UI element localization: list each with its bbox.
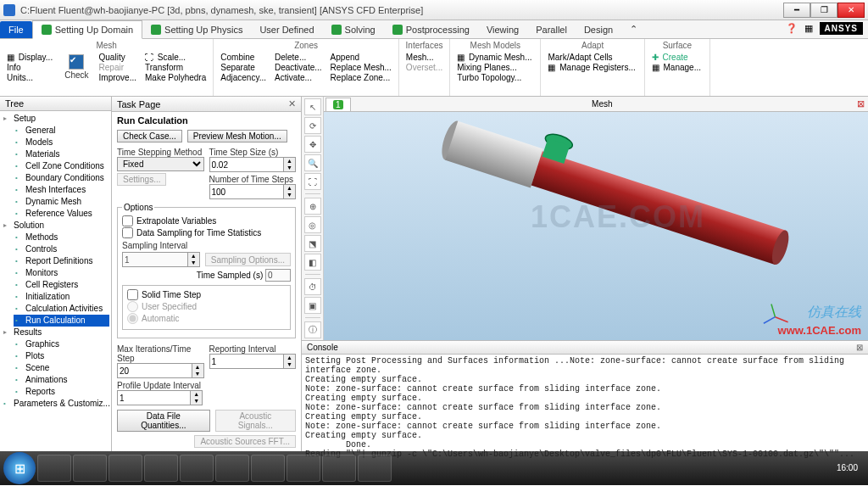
taskbar-item[interactable] [73, 455, 107, 482]
tab-setting-up-physics[interactable]: Setting Up Physics [142, 21, 251, 38]
pan-icon[interactable]: ✥ [304, 136, 321, 153]
tree-parameters[interactable]: Parameters & Customiz... [2, 398, 109, 410]
solid-time-step-checkbox[interactable] [127, 289, 138, 300]
tree[interactable]: Setup General Models Materials Cell Zone… [0, 111, 111, 451]
tab-solving[interactable]: Solving [323, 21, 384, 38]
taskbar-item[interactable] [358, 455, 392, 482]
replace-mesh-button[interactable]: Replace Mesh... [329, 63, 393, 72]
tree-boundary[interactable]: Boundary Conditions [14, 172, 109, 184]
tree-cell-zone[interactable]: Cell Zone Conditions [14, 160, 109, 172]
extrapolate-checkbox[interactable] [122, 215, 133, 226]
task-close-icon[interactable]: ✕ [288, 98, 296, 109]
activate-button[interactable]: Activate... [273, 73, 324, 82]
viewport-3d[interactable]: 1 Mesh ⊠ [324, 97, 868, 340]
spinner-icon[interactable]: ▲▼ [284, 184, 296, 199]
tree-results[interactable]: Results Graphics Plots Scene Animations … [2, 327, 109, 398]
tree-report-definitions[interactable]: Report Definitions [14, 255, 109, 267]
tree-run-calculation[interactable]: Run Calculation [14, 315, 109, 327]
taskbar-item[interactable] [180, 455, 214, 482]
make-polyhedra-button[interactable]: Make Polyhedra [143, 73, 208, 82]
time-stepping-select[interactable]: Fixed [117, 157, 204, 171]
rotate-icon[interactable]: ⟳ [304, 117, 321, 134]
spinner-icon[interactable]: ▲▼ [284, 157, 296, 172]
tree-reference-values[interactable]: Reference Values [14, 208, 109, 220]
help-icon[interactable]: ❓ [786, 23, 798, 34]
tree-methods[interactable]: Methods [14, 232, 109, 243]
tab-design[interactable]: Design [576, 21, 621, 38]
ribbon-collapse[interactable]: ⌃ [621, 20, 646, 38]
tab-setting-up-domain[interactable]: Setting Up Domain [32, 20, 142, 39]
interfaces-mesh-button[interactable]: Mesh... [404, 53, 444, 62]
profile-update-input[interactable] [117, 390, 191, 405]
fit-icon[interactable]: ⊕ [304, 198, 321, 215]
tab-parallel[interactable]: Parallel [527, 21, 576, 38]
tree-calculation-activities[interactable]: Calculation Activities [14, 303, 109, 315]
taskbar-item[interactable] [322, 455, 356, 482]
tree-models[interactable]: Models [14, 137, 109, 148]
delete-button[interactable]: Delete... [273, 53, 324, 62]
improve-button[interactable]: Improve... [97, 73, 138, 82]
minimize-button[interactable]: ━ [783, 3, 810, 18]
tree-reports[interactable]: Reports [14, 386, 109, 398]
cascade-icon[interactable]: ▣ [304, 297, 321, 314]
repair-button[interactable]: Repair [97, 63, 138, 72]
taskbar-item[interactable] [108, 455, 142, 482]
dynamic-mesh-button[interactable]: ▦ Dynamic Mesh... [455, 53, 535, 62]
taskbar-item[interactable] [37, 455, 71, 482]
tree-monitors[interactable]: Monitors [14, 267, 109, 279]
replace-zone-button[interactable]: Replace Zone... [329, 73, 393, 82]
tree-cell-registers[interactable]: Cell Registers [14, 279, 109, 291]
tree-materials[interactable]: Materials [14, 148, 109, 160]
tree-setup[interactable]: Setup General Models Materials Cell Zone… [2, 113, 109, 220]
transform-button[interactable]: Transform [143, 63, 208, 72]
turbo-topology-button[interactable]: Turbo Topology... [455, 73, 535, 82]
console-close-icon[interactable]: ⊠ [856, 343, 863, 352]
tree-controls[interactable]: Controls [14, 243, 109, 255]
layout-icon[interactable]: ▦ [804, 23, 813, 34]
axis-icon[interactable]: ⬔ [304, 235, 321, 252]
tree-animations[interactable]: Animations [14, 374, 109, 386]
viewport-tab[interactable]: 1 [326, 98, 351, 111]
zoom-icon[interactable]: 🔍 [304, 154, 321, 171]
close-button[interactable]: ✕ [837, 3, 865, 18]
info-tool-icon[interactable]: ⓘ [304, 321, 321, 338]
adjacency-button[interactable]: Adjacency... [219, 73, 268, 82]
create-surface-button[interactable]: ✚ Create [650, 53, 704, 62]
tree-scene[interactable]: Scene [14, 362, 109, 374]
viewport-close-icon[interactable]: ⊠ [854, 98, 868, 109]
info-button[interactable]: Info [5, 63, 56, 72]
overset-button[interactable]: Overset... [404, 63, 444, 72]
number-time-steps-input[interactable] [209, 184, 285, 199]
time-step-size-input[interactable] [209, 157, 285, 172]
tab-viewing[interactable]: Viewing [478, 21, 527, 38]
tree-general[interactable]: General [14, 125, 109, 137]
views-icon[interactable]: ◧ [304, 254, 321, 271]
combine-button[interactable]: Combine [219, 53, 268, 62]
console-output[interactable]: Setting Post Processing and Surfaces inf… [302, 355, 868, 464]
start-button[interactable]: ⊞ [3, 452, 36, 484]
pointer-icon[interactable]: ↖ [304, 98, 321, 115]
reporting-interval-input[interactable] [209, 354, 285, 369]
tree-mesh-interfaces[interactable]: Mesh Interfaces [14, 184, 109, 196]
deactivate-button[interactable]: Deactivate... [273, 63, 324, 72]
check-button[interactable]: ✔Check [61, 53, 92, 81]
taskbar-item[interactable] [287, 455, 320, 482]
taskbar-item[interactable] [251, 455, 285, 482]
tree-initialization[interactable]: Initialization [14, 291, 109, 303]
data-file-quantities-button[interactable]: Data File Quantities... [117, 410, 210, 432]
check-case-button[interactable]: Check Case... [117, 130, 182, 142]
manage-registers-button[interactable]: ▦ Manage Registers... [546, 63, 638, 72]
tree-solution[interactable]: Solution Methods Controls Report Definit… [2, 220, 109, 327]
maximize-button[interactable]: ❐ [810, 3, 837, 18]
taskbar-item[interactable] [144, 455, 178, 482]
tab-user-defined[interactable]: User Defined [251, 21, 322, 38]
mixing-planes-button[interactable]: Mixing Planes... [455, 63, 535, 72]
units-button[interactable]: Units... [5, 73, 56, 82]
system-tray[interactable]: 16:00 [837, 463, 865, 473]
data-sampling-checkbox[interactable] [122, 227, 133, 238]
quality-button[interactable]: Quality [97, 53, 138, 62]
display-button[interactable]: ▦ Display... [5, 53, 56, 62]
preview-mesh-motion-button[interactable]: Preview Mesh Motion... [187, 130, 287, 142]
max-iterations-input[interactable] [117, 363, 192, 378]
tree-dynamic-mesh[interactable]: Dynamic Mesh [14, 196, 109, 208]
